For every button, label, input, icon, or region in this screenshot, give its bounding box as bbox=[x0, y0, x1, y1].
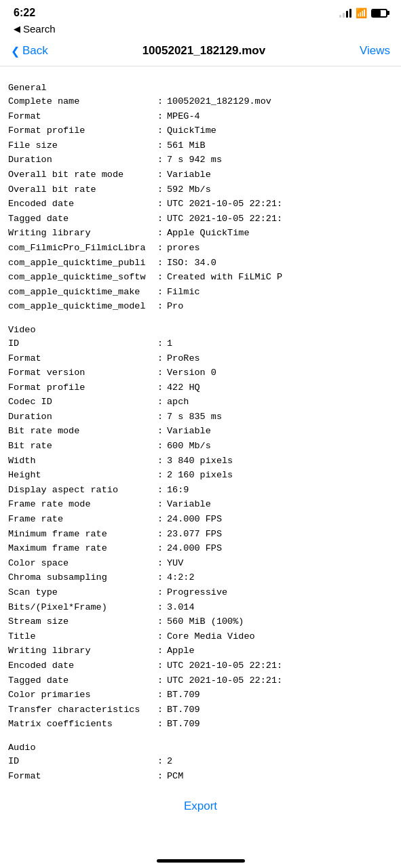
status-bar: 6:22 📶 bbox=[0, 0, 401, 23]
table-row: Format : ProRes bbox=[8, 351, 393, 366]
table-row: Frame rate : 24.000 FPS bbox=[8, 512, 393, 527]
row-value: 592 Mb/s bbox=[167, 182, 393, 197]
table-row: Writing library : Apple bbox=[8, 644, 393, 658]
row-label: Display aspect ratio bbox=[8, 483, 157, 498]
table-row: Duration : 7 s 942 ms bbox=[8, 153, 393, 167]
row-sep: : bbox=[157, 410, 167, 425]
table-row: Format profile : 422 HQ bbox=[8, 380, 393, 395]
table-row: Format profile : QuickTime bbox=[8, 123, 393, 138]
search-label[interactable]: Search bbox=[23, 23, 56, 35]
content-area: General Complete name : 10052021_182129.… bbox=[0, 66, 401, 846]
table-row: Bit rate mode : Variable bbox=[8, 424, 393, 439]
row-sep: : bbox=[157, 138, 167, 153]
table-row: Format version : Version 0 bbox=[8, 366, 393, 380]
row-sep: : bbox=[157, 123, 167, 138]
row-value: UTC 2021-10-05 22:21: bbox=[167, 658, 393, 673]
row-label: Writing library bbox=[8, 226, 157, 241]
row-sep: : bbox=[157, 153, 167, 167]
table-row: com_apple_quicktime_softw : Created with… bbox=[8, 270, 393, 285]
row-value: 560 MiB (100%) bbox=[167, 614, 393, 629]
video-section: ID : 1 Format : ProRes Format version : … bbox=[8, 336, 393, 732]
row-label: Title bbox=[8, 629, 157, 644]
table-row: Bit rate : 600 Mb/s bbox=[8, 439, 393, 454]
table-row: Color space : YUV bbox=[8, 556, 393, 571]
table-row: Display aspect ratio : 16:9 bbox=[8, 483, 393, 498]
table-row: Tagged date : UTC 2021-10-05 22:21: bbox=[8, 673, 393, 688]
row-value: Variable bbox=[167, 497, 393, 512]
row-value: Core Media Video bbox=[167, 629, 393, 644]
row-label: Overall bit rate mode bbox=[8, 167, 157, 182]
row-label: Transfer characteristics bbox=[8, 703, 157, 717]
row-label: Format version bbox=[8, 366, 157, 380]
row-sep: : bbox=[157, 585, 167, 600]
table-row: Matrix coefficients : BT.709 bbox=[8, 717, 393, 732]
row-sep: : bbox=[157, 658, 167, 673]
row-value: prores bbox=[167, 241, 393, 256]
row-value: BT.709 bbox=[167, 703, 393, 717]
row-value: 2 160 pixels bbox=[167, 468, 393, 483]
row-sep: : bbox=[157, 299, 167, 314]
row-value: Created with FiLMiC P bbox=[167, 270, 393, 285]
row-value: Apple bbox=[167, 644, 393, 658]
export-button[interactable]: Export bbox=[8, 794, 393, 818]
table-row: Chroma subsampling : 4:2:2 bbox=[8, 570, 393, 585]
table-row: Encoded date : UTC 2021-10-05 22:21: bbox=[8, 658, 393, 673]
row-label: Bit rate mode bbox=[8, 424, 157, 439]
row-sep: : bbox=[157, 541, 167, 556]
row-value: ISO: 34.0 bbox=[167, 256, 393, 271]
table-row: Frame rate mode : Variable bbox=[8, 497, 393, 512]
wifi-icon: 📶 bbox=[356, 7, 367, 18]
row-label: Encoded date bbox=[8, 197, 157, 212]
row-value: 4:2:2 bbox=[167, 570, 393, 585]
row-value: Progressive bbox=[167, 585, 393, 600]
row-value: MPEG-4 bbox=[167, 109, 393, 124]
row-label: Matrix coefficients bbox=[8, 717, 157, 732]
row-sep: : bbox=[157, 717, 167, 732]
row-value: QuickTime bbox=[167, 123, 393, 138]
row-sep: : bbox=[157, 285, 167, 300]
table-row: com_apple_quicktime_make : Filmic bbox=[8, 285, 393, 300]
row-label: Format bbox=[8, 109, 157, 124]
row-sep: : bbox=[157, 769, 167, 784]
table-row: Complete name : 10052021_182129.mov bbox=[8, 94, 393, 109]
row-label: Format bbox=[8, 769, 157, 784]
row-value: PCM bbox=[167, 769, 393, 784]
row-label: Chroma subsampling bbox=[8, 570, 157, 585]
row-label: Duration bbox=[8, 153, 157, 167]
table-row: Stream size : 560 MiB (100%) bbox=[8, 614, 393, 629]
row-sep: : bbox=[157, 94, 167, 109]
row-sep: : bbox=[157, 336, 167, 351]
video-header: Video bbox=[8, 325, 393, 335]
row-sep: : bbox=[157, 109, 167, 124]
time: 6:22 bbox=[14, 7, 35, 19]
battery-icon bbox=[371, 9, 387, 18]
row-sep: : bbox=[157, 483, 167, 498]
audio-section: ID : 2 Format : PCM bbox=[8, 754, 393, 783]
row-value: 3.014 bbox=[167, 600, 393, 615]
row-value: 561 MiB bbox=[167, 138, 393, 153]
row-label: com_apple_quicktime_model bbox=[8, 299, 157, 314]
views-button[interactable]: Views bbox=[360, 44, 390, 58]
row-value: Variable bbox=[167, 424, 393, 439]
row-sep: : bbox=[157, 673, 167, 688]
row-label: Maximum frame rate bbox=[8, 541, 157, 556]
row-label: com_apple_quicktime_publi bbox=[8, 256, 157, 271]
row-sep: : bbox=[157, 754, 167, 769]
row-label: Stream size bbox=[8, 614, 157, 629]
row-label: Format profile bbox=[8, 380, 157, 395]
row-value: Version 0 bbox=[167, 366, 393, 380]
row-sep: : bbox=[157, 226, 167, 241]
row-sep: : bbox=[157, 212, 167, 226]
row-label: Minimum frame rate bbox=[8, 527, 157, 542]
back-button[interactable]: ❮ Back bbox=[11, 44, 48, 58]
table-row: Scan type : Progressive bbox=[8, 585, 393, 600]
row-label: Format bbox=[8, 351, 157, 366]
row-value: 600 Mb/s bbox=[167, 439, 393, 454]
row-sep: : bbox=[157, 688, 167, 703]
table-row: Minimum frame rate : 23.077 FPS bbox=[8, 527, 393, 542]
row-sep: : bbox=[157, 439, 167, 454]
table-row: File size : 561 MiB bbox=[8, 138, 393, 153]
row-label: Color space bbox=[8, 556, 157, 571]
row-value: UTC 2021-10-05 22:21: bbox=[167, 673, 393, 688]
row-label: com_apple_quicktime_make bbox=[8, 285, 157, 300]
